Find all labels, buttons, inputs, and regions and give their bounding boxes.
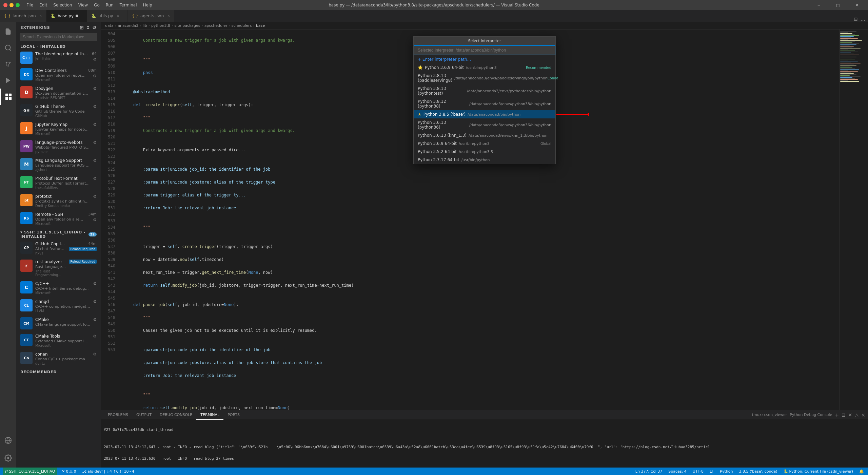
sidebar-header-icons[interactable]: ⊞ ↕ ↺	[80, 25, 97, 30]
interpreter-item-2717[interactable]: Python 2.7.17 64-bit /usr/bin/python	[414, 156, 555, 164]
notifications-icon[interactable]: 🔔	[858, 468, 865, 475]
list-item[interactable]: DC Dev Containers Open any folder or rep…	[16, 66, 101, 84]
enter-path-option[interactable]: + Enter interpreter path...	[414, 55, 555, 63]
interpreter-item-369-global[interactable]: Python 3.6.9 64-bit /usr/bin/python3 Glo…	[414, 139, 555, 148]
gear-icon[interactable]: ⚙	[93, 74, 97, 78]
interpreter-item-recommended[interactable]: ⭐ Python 3.6.9 64-bit /usr/bin/python3 R…	[414, 63, 555, 72]
menu-go[interactable]: Go	[94, 3, 100, 7]
close-button[interactable]: ✕	[849, 0, 865, 10]
terminal-content[interactable]: #27 0x7fc7bcc436db start_thread 2023-07-…	[101, 420, 868, 468]
error-count[interactable]: ✕ 0 ⚠ 0	[60, 468, 77, 475]
tab-agents-json[interactable]: { } agents.json ×	[128, 10, 175, 22]
close-panel-icon[interactable]: ×	[861, 412, 865, 418]
split-editor-icon[interactable]: ⊟	[854, 16, 858, 22]
minimize-button[interactable]: ─	[811, 0, 827, 10]
list-item[interactable]: pt prototxt prototxt syntax highlighting…	[16, 192, 101, 210]
breadcrumb-anaconda3[interactable]: anaconda3	[118, 23, 138, 28]
list-item[interactable]: r rust-analyzer Rust language support fo…	[16, 258, 101, 279]
list-item[interactable]: C++ The bleeding edge of the C++ syntax …	[16, 50, 101, 66]
tab-launch-json[interactable]: { } launch.json ×	[0, 10, 46, 22]
menu-file[interactable]: File	[26, 3, 33, 7]
gear-icon[interactable]: ⚙	[93, 194, 97, 199]
gear-icon[interactable]: ⚙	[93, 140, 97, 145]
gear-icon[interactable]: ⚙	[93, 57, 97, 62]
settings-icon[interactable]	[0, 450, 16, 466]
tab-terminal[interactable]: TERMINAL	[196, 410, 223, 420]
split-terminal-icon[interactable]: ⊟	[842, 412, 846, 418]
search-icon[interactable]	[0, 40, 16, 56]
gear-icon[interactable]: ⚙	[93, 217, 97, 222]
encoding-status[interactable]: UTF-8	[691, 468, 705, 475]
menu-selection[interactable]: Selection	[53, 3, 72, 7]
branch-status[interactable]: ⎇ alg-devf | ↓4 ↑6 !! 10~4	[81, 468, 135, 475]
extensions-icon[interactable]	[0, 89, 16, 105]
search-input[interactable]	[20, 33, 97, 41]
line-col-status[interactable]: Ln 377, Col 37	[634, 468, 664, 475]
gear-icon[interactable]: ⚙	[93, 104, 97, 109]
breadcrumb-lib[interactable]: lib	[143, 23, 147, 28]
spaces-status[interactable]: Spaces: 4	[667, 468, 688, 475]
list-item[interactable]: RS Remote - SSH Open any folder on a rem…	[16, 210, 101, 228]
tab-debug-console[interactable]: DEBUG CONSOLE	[156, 410, 196, 420]
tab-utils-py[interactable]: 🐍 utils.py ×	[87, 10, 128, 22]
breadcrumb-python38[interactable]: python3.8	[151, 23, 170, 28]
list-item[interactable]: C C/C++ C/C++ IntelliSense, debugging, a…	[16, 279, 101, 297]
maximize-button[interactable]: □	[830, 0, 846, 10]
eol-status[interactable]: LF	[708, 468, 715, 475]
tab-base-py[interactable]: 🐍 base.py	[46, 10, 87, 22]
list-item[interactable]: CL clangd C/C++ completion, navigation, …	[16, 297, 101, 315]
gear-icon[interactable]: ⚙	[93, 352, 97, 357]
interpreter-item-python38[interactable]: Python 3.8.12 (python38) /data/anaconda3…	[414, 97, 555, 110]
list-item[interactable]: PT Protobuf Text Format Protocol Buffer …	[16, 174, 101, 192]
python-version-status[interactable]: 3.8.5 ('base': conda)	[738, 468, 779, 475]
list-item[interactable]: J Jupyter Keymap Jupyter keymaps for not…	[16, 120, 101, 138]
language-status[interactable]: Python	[718, 468, 734, 475]
panel-actions[interactable]: tmux: csdn_viewer Python Debug Console +…	[752, 412, 865, 418]
breadcrumb-schedulers[interactable]: schedulers	[232, 23, 252, 28]
interpreter-item-paddleserving[interactable]: Python 3.8.13 (paddleserving8) /data/ana…	[414, 72, 555, 84]
source-control-icon[interactable]	[0, 56, 16, 72]
list-item[interactable]: D Doxygen Doxygen documentation Language…	[16, 84, 101, 102]
add-terminal-icon[interactable]: +	[835, 412, 839, 418]
list-item[interactable]: M Msg Language Support Language support …	[16, 156, 101, 174]
menu-bar[interactable]: File Edit Selection View Go Run Terminal…	[26, 3, 152, 7]
sort-icon[interactable]: ↕	[86, 25, 91, 30]
tab-close-agents[interactable]: ×	[167, 14, 170, 18]
interpreter-item-python36[interactable]: Python 3.6.13 (python36) /data/anaconda3…	[414, 118, 555, 131]
tab-problems[interactable]: PROBLEMS	[104, 410, 132, 420]
list-item[interactable]: Co conan Conan C/C++ package manager int…	[16, 350, 101, 368]
breadcrumb-base[interactable]: base	[256, 23, 265, 28]
run-debug-icon[interactable]	[0, 72, 16, 89]
interpreter-item-knn[interactable]: Python 3.6.13 (knn_1.3) /data/anaconda3/…	[414, 131, 555, 139]
gear-icon[interactable]: ⚙	[93, 158, 97, 163]
menu-help[interactable]: Help	[143, 3, 152, 7]
tab-output[interactable]: OUTPUT	[132, 410, 156, 420]
tab-close-utils[interactable]: ×	[117, 14, 119, 18]
breadcrumb-site-packages[interactable]: site-packages	[174, 23, 200, 28]
interpreter-item-base[interactable]: ★ Python 3.8.5 ('base') /data/anaconda3/…	[414, 110, 555, 118]
explorer-icon[interactable]	[0, 23, 16, 40]
list-item[interactable]: CM CMake CMake language support for Visu…	[16, 315, 101, 332]
menu-run[interactable]: Run	[106, 3, 114, 7]
menu-edit[interactable]: Edit	[39, 3, 47, 7]
interpreter-item-352[interactable]: Python 3.5.2 64-bit /usr/bin/python3.5	[414, 148, 555, 156]
ssh-status[interactable]: ⇄ SSH: 10.1.9.151_LIUHAO	[3, 468, 57, 475]
breadcrumb-data[interactable]: data	[105, 23, 114, 28]
gear-icon[interactable]: ⚙	[93, 317, 97, 322]
more-actions-icon[interactable]: …	[861, 16, 865, 22]
list-item[interactable]: CT CMake Tools Extended CMake support in…	[16, 332, 101, 350]
tab-close-launch[interactable]: ×	[39, 14, 42, 18]
filter-icon[interactable]: ⊞	[80, 25, 84, 30]
gear-icon[interactable]: ⚙	[93, 122, 97, 127]
gear-icon[interactable]: ⚙	[93, 176, 97, 181]
remote-icon[interactable]	[0, 432, 16, 449]
kill-terminal-icon[interactable]: ✕	[848, 412, 852, 418]
interpreter-search-input[interactable]	[414, 45, 555, 55]
list-item[interactable]: PW language-proto-webots Webots-flavoure…	[16, 138, 101, 156]
tab-ports[interactable]: PORTS	[223, 410, 244, 420]
gear-icon[interactable]: ⚙	[93, 86, 97, 91]
refresh-icon[interactable]: ↺	[92, 25, 97, 30]
menu-view[interactable]: View	[78, 3, 88, 7]
interpreter-item-pythontest[interactable]: Python 3.8.13 (pythontest) /data/anacond…	[414, 84, 555, 97]
menu-terminal[interactable]: Terminal	[120, 3, 137, 7]
